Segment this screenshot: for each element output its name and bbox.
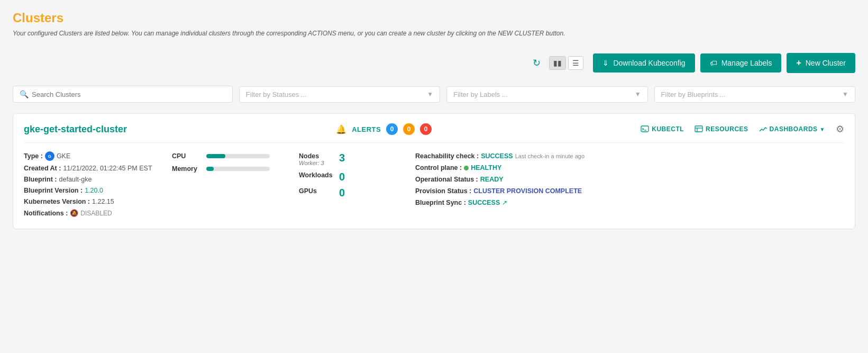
nodes-metric: Nodes Worker: 3 3 <box>299 152 415 166</box>
blueprint-row: Blueprint : default-gke <box>24 176 172 183</box>
search-icon: 🔍 <box>20 90 29 98</box>
toolbar: ↻ ▮▮ ☰ ⇓ Download Kubeconfig 🏷 Manage La… <box>13 48 855 78</box>
bell-icon: 🔔 <box>336 124 346 134</box>
alert-badge-blue: 0 <box>386 123 398 135</box>
cluster-metrics: Nodes Worker: 3 3 Workloads 0 GPUs 0 <box>299 151 415 217</box>
download-icon: ⇓ <box>602 59 609 67</box>
cpu-progress-bar <box>206 154 270 158</box>
gke-icon: G <box>45 151 54 161</box>
plus-icon: + <box>796 58 801 68</box>
cluster-body: Type : G GKE Created At : 11/21/2022, 01… <box>24 151 844 217</box>
notifications-row: Notifications : 🔕 DISABLED <box>24 209 172 217</box>
view-toggle: ▮▮ ☰ <box>549 56 583 70</box>
download-kubeconfig-button[interactable]: ⇓ Download Kubeconfig <box>593 53 695 73</box>
filter-labels-dropdown[interactable]: Filter by Labels ... ▼ <box>446 86 647 103</box>
refresh-icon[interactable]: ↻ <box>533 57 541 69</box>
reachability-row: Reachability check : SUCCESS Last check-… <box>415 152 844 160</box>
cpu-progress-fill <box>206 154 225 158</box>
cluster-resources: CPU Memory <box>172 151 299 217</box>
svg-rect-2 <box>695 126 702 132</box>
alert-badge-orange: 0 <box>403 123 415 135</box>
gear-icon[interactable]: ⚙ <box>836 123 844 135</box>
chevron-down-icon: ▼ <box>427 90 433 98</box>
resources-icon <box>695 125 703 133</box>
cluster-info: Type : G GKE Created At : 11/21/2022, 01… <box>24 151 172 217</box>
chart-icon <box>759 125 768 133</box>
chevron-down-icon: ▼ <box>842 90 848 98</box>
alert-badge-red: 0 <box>420 123 432 135</box>
kubectl-button[interactable]: KUBECTL <box>641 125 684 133</box>
chevron-down-icon: ▼ <box>820 126 825 132</box>
notifications-status: 🔕 DISABLED <box>70 209 112 217</box>
chevron-down-icon: ▼ <box>635 90 641 98</box>
new-cluster-button[interactable]: + New Cluster <box>787 53 855 73</box>
memory-row: Memory <box>172 165 299 173</box>
filter-blueprints-dropdown[interactable]: Filter by Blueprints ... ▼ <box>654 86 855 103</box>
created-row: Created At : 11/21/2022, 01:22:45 PM EST <box>24 165 172 172</box>
provision-status-row: Provision Status : CLUSTER PROVISION COM… <box>415 187 844 195</box>
workloads-metric: Workloads 0 <box>299 171 415 182</box>
cluster-alerts: 🔔 ALERTS 0 0 0 <box>336 123 432 135</box>
blueprint-sync-row: Blueprint Sync : SUCCESS ↗︎ <box>415 199 844 206</box>
dashboards-button[interactable]: DASHBOARDS ▼ <box>759 125 825 133</box>
external-link-icon[interactable]: ↗︎ <box>502 199 507 206</box>
cluster-status: Reachability check : SUCCESS Last check-… <box>415 151 844 217</box>
type-row: Type : G GKE <box>24 151 172 161</box>
terminal-icon <box>641 125 649 133</box>
filters-bar: 🔍 Filter by Statuses ... ▼ Filter by Lab… <box>13 86 855 103</box>
memory-progress-bar <box>206 167 270 171</box>
grid-view-button[interactable]: ▮▮ <box>549 56 566 70</box>
page-description: Your configured Clusters are listed belo… <box>13 30 855 37</box>
filter-statuses-dropdown[interactable]: Filter by Statuses ... ▼ <box>239 86 440 103</box>
operational-status-row: Operational Status : READY <box>415 176 844 183</box>
k8s-version-row: Kubernetes Version : 1.22.15 <box>24 198 172 205</box>
search-box: 🔍 <box>13 86 233 103</box>
cluster-header: gke-get-started-cluster 🔔 ALERTS 0 0 0 K… <box>24 123 844 143</box>
manage-labels-button[interactable]: 🏷 Manage Labels <box>700 53 782 73</box>
memory-progress-fill <box>206 167 214 171</box>
resources-button[interactable]: RESOURCES <box>695 125 748 133</box>
tag-icon: 🏷 <box>710 59 717 67</box>
blueprint-version-row: Blueprint Version : 1.20.0 <box>24 187 172 194</box>
bell-off-icon: 🔕 <box>70 209 78 217</box>
control-plane-row: Control plane : HEALTHY <box>415 164 844 171</box>
search-input[interactable] <box>32 90 226 98</box>
page-title: Clusters <box>13 11 855 25</box>
cluster-name[interactable]: gke-get-started-cluster <box>24 124 127 135</box>
cpu-row: CPU <box>172 152 299 160</box>
svg-rect-0 <box>641 126 648 132</box>
healthy-dot <box>464 166 469 170</box>
cluster-header-actions: KUBECTL RESOURCES DASHBOARDS ▼ ⚙ <box>641 123 844 135</box>
cluster-card: gke-get-started-cluster 🔔 ALERTS 0 0 0 K… <box>13 113 855 229</box>
page: Clusters Your configured Clusters are li… <box>0 0 868 353</box>
list-view-button[interactable]: ☰ <box>568 56 583 70</box>
gpus-metric: GPUs 0 <box>299 187 415 198</box>
